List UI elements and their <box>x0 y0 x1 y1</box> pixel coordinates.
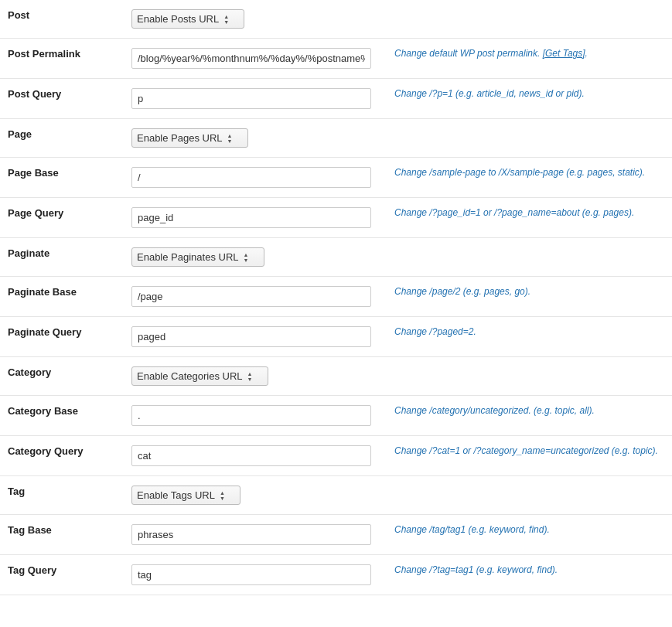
label-paginate-query: Paginate Query <box>0 317 124 357</box>
input-cell-tag-query <box>124 555 387 595</box>
label-tag-base: Tag Base <box>0 515 124 555</box>
row-category-query: Category QueryChange /?cat=1 or /?catego… <box>0 436 672 476</box>
desc-page-query: Change /?page_id=1 or /?page_name=about … <box>387 198 672 238</box>
input-cell-tag: Enable Tags URL <box>124 476 387 515</box>
desc-category-base: Change /category/uncategorized. (e.g. to… <box>387 396 672 436</box>
input-tag-base[interactable] <box>131 524 371 545</box>
row-paginate-query: Paginate QueryChange /?paged=2. <box>0 317 672 357</box>
row-page-base: Page BaseChange /sample-page to /X/sampl… <box>0 158 672 198</box>
input-cell-post: Enable Posts URL <box>124 0 387 39</box>
select-arrow-paginate <box>244 252 254 263</box>
label-tag-query: Tag Query <box>0 555 124 595</box>
settings-table: PostEnable Posts URLPost PermalinkChange… <box>0 0 672 595</box>
desc-link-post-permalink[interactable]: [Get Tags] <box>543 48 585 59</box>
row-post-permalink: Post PermalinkChange default WP post per… <box>0 39 672 79</box>
select-arrow-page <box>227 133 238 144</box>
select-label-category: Enable Categories URL <box>137 370 243 382</box>
input-category-query[interactable] <box>131 445 371 466</box>
select-tag[interactable]: Enable Tags URL <box>131 486 240 505</box>
select-category[interactable]: Enable Categories URL <box>131 366 268 386</box>
select-label-page: Enable Pages URL <box>137 132 223 144</box>
select-arrow-tag <box>220 490 230 501</box>
desc-page-base: Change /sample-page to /X/sample-page (e… <box>387 158 672 198</box>
input-cell-page-query <box>124 198 387 238</box>
select-page[interactable]: Enable Pages URL <box>131 128 248 148</box>
select-arrow-category <box>247 371 258 382</box>
row-page: PageEnable Pages URL <box>0 119 672 158</box>
input-cell-category-base <box>124 396 387 436</box>
input-tag-query[interactable] <box>131 564 371 585</box>
input-cell-paginate-query <box>124 317 387 357</box>
label-category: Category <box>0 357 124 396</box>
label-tag: Tag <box>0 476 124 515</box>
label-post-query: Post Query <box>0 79 124 119</box>
input-post-permalink[interactable] <box>131 48 371 69</box>
desc-tag-query: Change /?tag=tag1 (e.g. keyword, find). <box>387 555 672 595</box>
input-paginate-base[interactable] <box>131 286 371 307</box>
label-page-base: Page Base <box>0 158 124 198</box>
row-tag-query: Tag QueryChange /?tag=tag1 (e.g. keyword… <box>0 555 672 595</box>
input-cell-paginate: Enable Paginates URL <box>124 238 387 277</box>
input-page-base[interactable] <box>131 167 371 188</box>
label-post-permalink: Post Permalink <box>0 39 124 79</box>
desc-tag <box>387 476 672 515</box>
input-cell-page: Enable Pages URL <box>124 119 387 158</box>
row-tag-base: Tag BaseChange /tag/tag1 (e.g. keyword, … <box>0 515 672 555</box>
row-paginate: PaginateEnable Paginates URL <box>0 238 672 277</box>
label-category-base: Category Base <box>0 396 124 436</box>
desc-post <box>387 0 672 39</box>
desc-paginate <box>387 238 672 277</box>
input-page-query[interactable] <box>131 207 371 228</box>
row-category: CategoryEnable Categories URL <box>0 357 672 396</box>
label-page: Page <box>0 119 124 158</box>
input-post-query[interactable] <box>131 88 371 109</box>
desc-post-query: Change /?p=1 (e.g. article_id, news_id o… <box>387 79 672 119</box>
desc-page <box>387 119 672 158</box>
input-cell-post-query <box>124 79 387 119</box>
input-cell-paginate-base <box>124 277 387 317</box>
desc-post-permalink: Change default WP post permalink. [Get T… <box>387 39 672 79</box>
select-label-tag: Enable Tags URL <box>137 489 215 501</box>
select-post[interactable]: Enable Posts URL <box>131 9 244 29</box>
row-post: PostEnable Posts URL <box>0 0 672 39</box>
label-paginate: Paginate <box>0 238 124 277</box>
select-label-post: Enable Posts URL <box>137 13 219 25</box>
desc-tag-base: Change /tag/tag1 (e.g. keyword, find). <box>387 515 672 555</box>
row-tag: TagEnable Tags URL <box>0 476 672 515</box>
row-category-base: Category BaseChange /category/uncategori… <box>0 396 672 436</box>
row-paginate-base: Paginate BaseChange /page/2 (e.g. pages,… <box>0 277 672 317</box>
input-paginate-query[interactable] <box>131 326 371 347</box>
input-cell-tag-base <box>124 515 387 555</box>
desc-paginate-query: Change /?paged=2. <box>387 317 672 357</box>
select-arrow-post <box>223 14 234 25</box>
select-label-paginate: Enable Paginates URL <box>137 251 239 263</box>
select-paginate[interactable]: Enable Paginates URL <box>131 247 264 267</box>
row-post-query: Post QueryChange /?p=1 (e.g. article_id,… <box>0 79 672 119</box>
label-post: Post <box>0 0 124 39</box>
label-page-query: Page Query <box>0 198 124 238</box>
input-cell-category: Enable Categories URL <box>124 357 387 396</box>
input-cell-category-query <box>124 436 387 476</box>
label-category-query: Category Query <box>0 436 124 476</box>
desc-paginate-base: Change /page/2 (e.g. pages, go). <box>387 277 672 317</box>
input-cell-page-base <box>124 158 387 198</box>
desc-category <box>387 357 672 396</box>
input-category-base[interactable] <box>131 405 371 426</box>
row-page-query: Page QueryChange /?page_id=1 or /?page_n… <box>0 198 672 238</box>
label-paginate-base: Paginate Base <box>0 277 124 317</box>
input-cell-post-permalink <box>124 39 387 79</box>
desc-category-query: Change /?cat=1 or /?category_name=uncate… <box>387 436 672 476</box>
